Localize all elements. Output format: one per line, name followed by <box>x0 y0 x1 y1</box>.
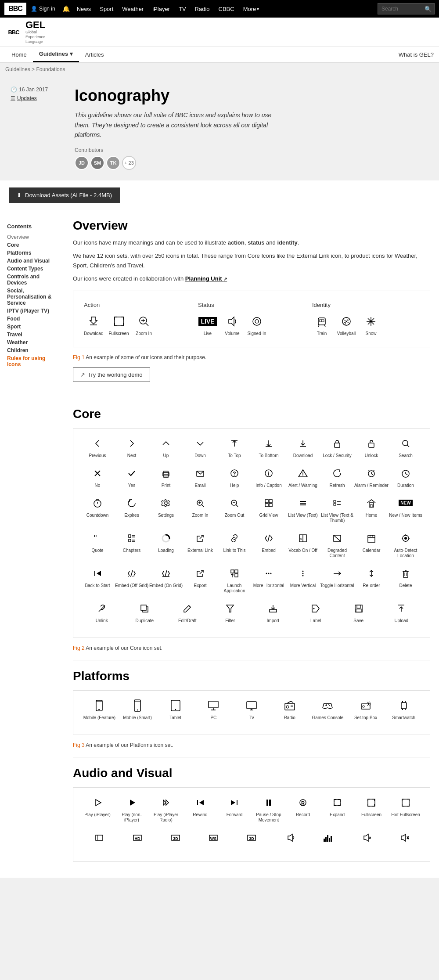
svg-point-19 <box>370 321 372 322</box>
icon-degraded: Degraded Content <box>320 530 354 558</box>
contents-social[interactable]: Social, Personalisation & Service <box>7 287 57 307</box>
bbc-logo[interactable]: BBC <box>4 3 26 15</box>
signedin-icon-sym <box>248 313 266 329</box>
bbc-nav-sport[interactable]: Sport <box>95 0 118 18</box>
contents-platforms[interactable]: Platforms <box>7 249 57 257</box>
svg-text:R: R <box>301 800 305 806</box>
contents-food[interactable]: Food <box>7 315 57 323</box>
gel-bbc-logo[interactable]: BBC <box>5 27 22 37</box>
icon-play-iplayer: Play (iPlayer) <box>80 795 115 823</box>
info-icon: i <box>261 465 277 481</box>
nav-articles[interactable]: Articles <box>79 47 110 62</box>
chapters-icon <box>124 530 140 546</box>
bbc-nav-iplayer[interactable]: iPlayer <box>148 0 174 18</box>
icon-down: Down <box>183 436 217 458</box>
icon-chapters: Chapters <box>115 530 149 558</box>
icon-duration: Duration <box>389 465 423 488</box>
gel-full-name: GlobalExperienceLanguage <box>25 30 45 44</box>
auto-detect-icon <box>398 530 414 546</box>
volume-av-icon <box>282 830 298 846</box>
contents-travel[interactable]: Travel <box>7 331 57 339</box>
svg-point-8 <box>255 320 259 323</box>
svg-rect-27 <box>369 443 374 447</box>
platforms-section: Platforms Mobile (Feature) Mobile (Smart… <box>73 669 430 748</box>
contents-sport[interactable]: Sport <box>7 323 57 331</box>
bbc-search-input[interactable] <box>378 5 422 13</box>
svg-rect-124 <box>141 605 146 610</box>
contents-overview[interactable]: Overview <box>7 233 57 241</box>
snow-label: Snow <box>365 331 376 336</box>
svg-rect-63 <box>265 504 268 507</box>
icon-fullscreen-av: Fullscreen <box>354 795 389 823</box>
list-icon: ☰ <box>11 95 15 101</box>
download-assets-button[interactable]: ⬇ Download Assets (AI File - 2.4MB) <box>9 187 120 203</box>
icon-info: i Info / Caption <box>252 465 286 488</box>
toggle-horizontal-icon <box>329 566 345 581</box>
signedin-label: Signed-In <box>248 331 266 336</box>
play-iplayer-radio-icon <box>158 795 174 811</box>
contents-audio-visual[interactable]: Audio and Visual <box>7 257 57 265</box>
contents-content-types[interactable]: Content Types <box>7 265 57 273</box>
gel-logo[interactable]: GEL GlobalExperienceLanguage <box>25 20 45 44</box>
bbc-nav-more[interactable]: More ▾ <box>239 0 264 18</box>
try-demo-button[interactable]: ↗ Try the working demo <box>73 368 150 382</box>
reorder-icon <box>363 566 379 581</box>
icon-external-link: External Link <box>183 530 217 558</box>
svg-rect-191 <box>324 839 325 842</box>
nav-guidelines[interactable]: Guidelines ▾ <box>33 47 79 62</box>
more-horizontal-icon <box>261 566 277 581</box>
signin-button[interactable]: 👤 Sign in <box>31 6 55 12</box>
new-badge: NEW <box>399 500 412 506</box>
live-label: Live <box>204 331 212 336</box>
icon-alert: Alert / Warning <box>286 465 320 488</box>
bbc-nav-tv[interactable]: TV <box>174 0 191 18</box>
svg-point-7 <box>253 317 261 325</box>
planning-unit-link[interactable]: Planning Unit ↗ <box>185 275 227 282</box>
what-is-gel-link[interactable]: What is GEL? <box>399 51 434 58</box>
search-icon[interactable]: 🔍 <box>422 6 434 12</box>
contents-weather[interactable]: Weather <box>7 339 57 346</box>
bbc-nav-weather[interactable]: Weather <box>118 0 148 18</box>
svg-point-156 <box>329 705 330 706</box>
svg-point-93 <box>404 537 407 540</box>
contents-children[interactable]: Children <box>7 346 57 354</box>
svg-rect-146 <box>247 702 256 709</box>
icon-no: No <box>80 465 115 488</box>
gel-header: BBC GEL GlobalExperienceLanguage <box>0 18 439 47</box>
icon-countdown: Countdown <box>80 495 115 523</box>
pc-icon <box>205 698 221 713</box>
contents-rules[interactable]: Rules for using icons <box>7 354 57 368</box>
notification-bell-icon[interactable]: 🔔 <box>62 5 70 12</box>
breadcrumb: Guidelines > Foundations <box>0 63 439 76</box>
bbc-nav-radio[interactable]: Radio <box>191 0 214 18</box>
icon-help: ? Help <box>217 465 252 488</box>
bbc-search-bar[interactable]: 🔍 <box>378 3 435 14</box>
icon-email: Email <box>183 465 217 488</box>
tv-icon <box>244 698 259 713</box>
zoom-in-core-icon <box>192 495 208 511</box>
updates-link[interactable]: ☰ Updates <box>11 95 68 101</box>
svg-rect-73 <box>371 504 372 507</box>
icon-launch-app: Launch Application <box>217 566 252 594</box>
main-content-area: ⬇ Download Assets (AI File - 2.4MB) Cont… <box>0 180 439 878</box>
icon-export: Export <box>183 566 217 594</box>
contents-core[interactable]: Core <box>7 241 57 249</box>
alert-icon <box>295 465 311 481</box>
launch-app-icon <box>227 566 242 581</box>
icon-previous: Previous <box>80 436 115 458</box>
filter-icon <box>222 601 238 616</box>
contents-iptv[interactable]: IPTV (iPlayer TV) <box>7 307 57 315</box>
breadcrumb-guidelines[interactable]: Guidelines <box>5 66 30 72</box>
fig2-label: Fig 2 <box>73 645 85 651</box>
contributor-avatar-2: SM <box>90 156 104 170</box>
bbc-nav-news[interactable]: News <box>72 0 96 18</box>
expand-icon <box>329 795 345 811</box>
nav-home[interactable]: Home <box>5 47 33 62</box>
svg-line-100 <box>131 570 133 576</box>
contents-controls-devices[interactable]: Controls and Devices <box>7 273 57 287</box>
bbc-nav-cbbc[interactable]: CBBC <box>214 0 239 18</box>
external-link-core-icon <box>192 530 208 546</box>
icon-pause: Pause / Stop Movement <box>252 795 286 823</box>
audio-visual-section: Audio and Visual Play (iPlayer) Play (no… <box>73 766 430 862</box>
person-icon: 👤 <box>31 6 37 12</box>
